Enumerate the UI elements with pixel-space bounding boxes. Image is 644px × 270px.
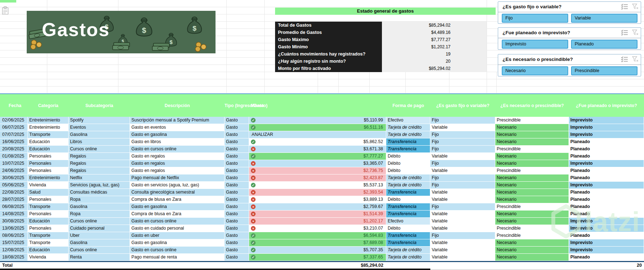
cell-fecha[interactable]: 18/08/2025 [0, 254, 28, 261]
clear-filter-icon[interactable] [632, 4, 638, 9]
cell-fecha[interactable]: 02/06/2025 [0, 117, 28, 124]
cell-monto[interactable]: ×$3,671.38 [249, 146, 386, 153]
cell-fijo-variable[interactable]: Fijo [430, 160, 495, 167]
cell-categoria[interactable]: Transporte [28, 131, 69, 138]
cell-fecha[interactable]: 01/08/2025 [0, 153, 28, 160]
column-header-7[interactable]: Forma de pago [386, 103, 430, 108]
cell-subcategoria[interactable]: Regalos [69, 160, 130, 167]
cell-planeado-imprevisto[interactable]: Planeado [569, 232, 644, 239]
cell-forma-de-pago[interactable]: Transferencia [386, 189, 430, 196]
cell-descripcion[interactable]: Gasto en regalos [130, 160, 225, 167]
cell-categoria[interactable]: Personales [28, 167, 69, 174]
cell-fecha[interactable]: 30/08/2025 [0, 218, 28, 225]
summary-label[interactable]: Monto por filtro activado [275, 65, 382, 72]
summary-value[interactable]: $4,489.16 [382, 29, 487, 36]
cell-necesario-prescindible[interactable]: Prescindible [495, 225, 569, 232]
cell-monto[interactable]: ANALIZAR [249, 131, 386, 138]
column-header-8[interactable]: ¿Es gasto fijo o variable? [430, 103, 495, 108]
cell-fecha[interactable]: 15/07/2025 [0, 239, 28, 247]
cell-necesario-prescindible[interactable]: Necesario [495, 196, 569, 203]
cell-monto[interactable]: ✓$5,707.35 [249, 247, 386, 254]
cell-descripcion[interactable]: Gasto en cursos online [130, 218, 225, 225]
cell-necesario-prescindible[interactable]: Necesario [495, 138, 569, 146]
multiselect-icon[interactable] [621, 4, 628, 9]
cell-descripcion[interactable]: Gasto en gasolina [130, 131, 225, 138]
cell-descripcion[interactable]: Consulta ginecológica semestral [130, 189, 225, 196]
cell-descripcion[interactable]: Gasto en cursos online [130, 146, 225, 153]
cell-necesario-prescindible[interactable]: Prescindible [495, 167, 569, 174]
cell-planeado-imprevisto[interactable]: Imprevisto [569, 239, 644, 247]
summary-value[interactable]: $85,294.02 [382, 65, 487, 72]
summary-value[interactable]: 20 [382, 58, 487, 65]
cell-categoria[interactable]: Educación [28, 138, 69, 146]
cell-monto[interactable]: ✓$5,110.99 [249, 117, 386, 124]
cell-planeado-imprevisto[interactable]: Planeado [569, 203, 644, 211]
cell-necesario-prescindible[interactable]: Necesario [495, 239, 569, 247]
cell-fijo-variable[interactable]: Variable [430, 218, 495, 225]
cell-tipo[interactable]: Gasto [225, 131, 249, 138]
cell-descripcion[interactable]: Suscripción mensual a Spotify Premium [130, 117, 225, 124]
cell-tipo[interactable]: Gasto [225, 203, 249, 211]
summary-label[interactable]: ¿Hay algún registro sin monto? [275, 58, 382, 65]
cell-planeado-imprevisto[interactable]: Imprevisto [569, 160, 644, 167]
cell-planeado-imprevisto[interactable]: Imprevisto [569, 247, 644, 254]
cell-tipo[interactable]: Gasto [225, 117, 249, 124]
cell-forma-de-pago[interactable]: Tarjeta de crédito [386, 254, 430, 261]
cell-forma-de-pago[interactable]: Transferencia [386, 232, 430, 239]
column-header-9[interactable]: ¿Es necesario o prescindible? [495, 103, 569, 108]
cell-monto[interactable]: ×$2,393.54 [249, 189, 386, 196]
slicer-option-variable[interactable]: Variable [571, 14, 638, 23]
cell-fijo-variable[interactable]: Fijo [430, 146, 495, 153]
cell-planeado-imprevisto[interactable]: Imprevisto [569, 225, 644, 232]
cell-subcategoria[interactable]: Gasolina [69, 131, 130, 138]
column-header-3[interactable]: Subcategoria [69, 103, 130, 108]
cell-forma-de-pago[interactable]: Efectivo [386, 218, 430, 225]
cell-categoria[interactable]: Educación [28, 218, 69, 225]
cell-subcategoria[interactable]: Renta [69, 254, 130, 261]
column-header-4[interactable]: Descripción [130, 103, 225, 108]
cell-fijo-variable[interactable]: Variable [430, 124, 495, 131]
cell-necesario-prescindible[interactable]: Necesario [495, 247, 569, 254]
cell-descripcion[interactable]: Gasto en gasolina [130, 203, 225, 211]
cell-descripcion[interactable]: Gasto en regalos [130, 153, 225, 160]
cell-subcategoria[interactable]: Cursos online [69, 146, 130, 153]
cell-tipo[interactable]: Gasto [225, 232, 249, 239]
cell-tipo[interactable]: Gasto [225, 211, 249, 218]
cell-fecha[interactable]: 22/08/2025 [0, 189, 28, 196]
summary-label[interactable]: Gasto Máximo [275, 36, 382, 43]
cell-tipo[interactable]: Gasto [225, 254, 249, 261]
cell-planeado-imprevisto[interactable]: Planeado [569, 146, 644, 153]
cell-planeado-imprevisto[interactable]: Imprevisto [569, 117, 644, 124]
column-header-2[interactable]: Categoria [28, 103, 69, 108]
cell-subcategoria[interactable]: Gasolina [69, 203, 130, 211]
cell-planeado-imprevisto[interactable]: Planeado [569, 167, 644, 174]
multiselect-icon[interactable] [621, 30, 628, 35]
cell-fijo-variable[interactable]: Fijo [430, 182, 495, 189]
cell-tipo[interactable]: Gasto [225, 146, 249, 153]
cell-categoria[interactable]: Educación [28, 247, 69, 254]
cell-forma-de-pago[interactable]: Transferencia [386, 138, 430, 146]
cell-fijo-variable[interactable]: Fijo [430, 203, 495, 211]
cell-fijo-variable[interactable]: Fijo [430, 174, 495, 182]
cell-categoria[interactable]: Vivienda [28, 182, 69, 189]
cell-necesario-prescindible[interactable]: Necesario [495, 182, 569, 189]
cell-fijo-variable[interactable]: Variable [430, 167, 495, 174]
cell-tipo[interactable]: Gasto [225, 225, 249, 232]
cell-subcategoria[interactable]: Ropa [69, 196, 130, 203]
cell-categoria[interactable]: Vivienda [28, 254, 69, 261]
cell-forma-de-pago[interactable]: Transferencia [386, 239, 430, 247]
summary-label[interactable]: Total de Gastos [275, 22, 382, 29]
cell-subcategoria[interactable]: Cursos online [69, 247, 130, 254]
column-header-1[interactable]: Fecha [0, 103, 28, 108]
cell-planeado-imprevisto[interactable]: Planeado [569, 174, 644, 182]
cell-subcategoria[interactable]: Regalos [69, 167, 130, 174]
cell-monto[interactable]: ✓$7,777.27 [249, 153, 386, 160]
cell-fecha[interactable]: 06/07/2025 [0, 124, 28, 131]
cell-categoria[interactable]: Educación [28, 146, 69, 153]
summary-value[interactable]: $7,777.27 [382, 36, 487, 43]
cell-tipo[interactable]: Gasto [225, 247, 249, 254]
cell-tipo[interactable]: Gasto [225, 182, 249, 189]
cell-planeado-imprevisto[interactable]: Imprevisto [569, 124, 644, 131]
cell-fijo-variable[interactable]: Variable [430, 153, 495, 160]
cell-subcategoria[interactable]: Uber [69, 232, 130, 239]
